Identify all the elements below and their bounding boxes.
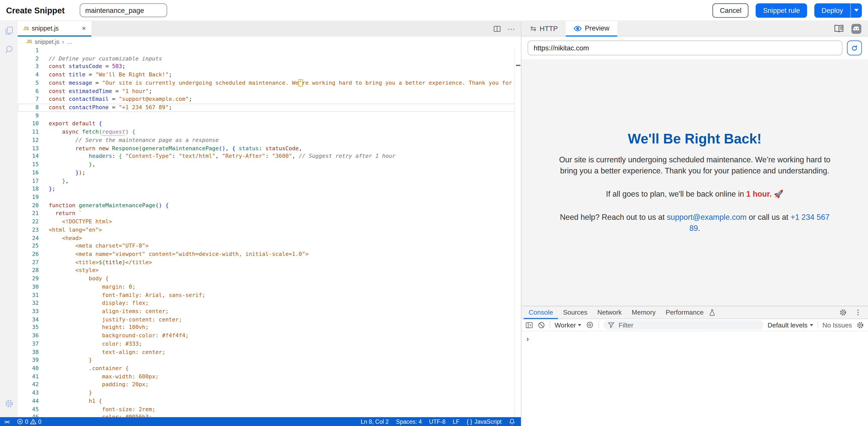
tab-preview[interactable]: Preview bbox=[565, 21, 617, 37]
code-line[interactable]: 27 <title>${title}</title> bbox=[18, 259, 521, 267]
files-icon[interactable] bbox=[0, 21, 18, 40]
line-content[interactable]: } bbox=[39, 357, 92, 365]
line-number[interactable]: 26 bbox=[18, 250, 39, 258]
line-content[interactable]: display: flex; bbox=[39, 299, 149, 307]
console-sidebar-icon[interactable] bbox=[525, 321, 533, 329]
line-content[interactable]: const title = "We'll Be Right Back!"; bbox=[39, 71, 172, 79]
line-content[interactable]: font-family: Arial, sans-serif; bbox=[39, 291, 205, 299]
line-number[interactable]: 2 bbox=[18, 55, 39, 63]
line-number[interactable]: 11 bbox=[18, 128, 39, 136]
line-content[interactable]: <html lang="en"> bbox=[39, 226, 102, 234]
filter-input[interactable] bbox=[617, 320, 759, 329]
refresh-button[interactable] bbox=[847, 40, 862, 55]
line-number[interactable]: 31 bbox=[18, 291, 39, 299]
code-line[interactable]: 29 body { bbox=[18, 275, 521, 283]
line-number[interactable]: 17 bbox=[18, 177, 39, 185]
code-line[interactable]: 41 max-width: 600px; bbox=[18, 373, 521, 381]
code-line[interactable]: 9 bbox=[18, 112, 521, 120]
line-content[interactable]: <title>${title}</title> bbox=[39, 259, 152, 267]
devtools-menu-kebab-icon[interactable]: ⋮ bbox=[855, 309, 861, 316]
line-content[interactable]: <head> bbox=[39, 234, 82, 242]
line-content[interactable]: <meta name="viewport" content="width=dev… bbox=[39, 250, 309, 258]
clear-console-icon[interactable] bbox=[537, 321, 545, 329]
line-number[interactable]: 25 bbox=[18, 242, 39, 250]
line-number[interactable]: 13 bbox=[18, 144, 39, 152]
eol-sequence[interactable]: LF bbox=[453, 418, 460, 425]
line-number[interactable]: 3 bbox=[18, 63, 39, 71]
line-number[interactable]: 23 bbox=[18, 226, 39, 234]
line-number[interactable]: 5 bbox=[18, 79, 39, 87]
line-number[interactable]: 28 bbox=[18, 267, 39, 275]
code-line[interactable]: 7const contactEmail = "support@example.c… bbox=[18, 95, 521, 104]
line-content[interactable]: max-width: 600px; bbox=[39, 373, 159, 381]
line-content[interactable]: }, bbox=[39, 177, 69, 185]
code-line[interactable]: 10export default { bbox=[18, 120, 521, 128]
deploy-dropdown-button[interactable] bbox=[850, 3, 862, 18]
line-content[interactable]: }); bbox=[39, 169, 85, 177]
code-line[interactable]: 23<html lang="en"> bbox=[18, 226, 521, 234]
tab-http[interactable]: ⇆ HTTP bbox=[523, 21, 565, 36]
line-number[interactable]: 34 bbox=[18, 316, 39, 324]
deploy-button[interactable]: Deploy bbox=[814, 3, 850, 18]
devtools-tab-console[interactable]: Console bbox=[524, 306, 558, 319]
line-number[interactable]: 45 bbox=[18, 405, 39, 414]
line-number[interactable]: 24 bbox=[18, 234, 39, 242]
line-number[interactable]: 39 bbox=[18, 357, 39, 365]
line-content[interactable]: color: #333; bbox=[39, 340, 142, 348]
code-line[interactable]: 37 color: #333; bbox=[18, 340, 521, 348]
line-content[interactable]: text-align: center; bbox=[39, 348, 165, 356]
log-levels-dropdown[interactable]: Default levels bbox=[768, 321, 813, 329]
code-line[interactable]: 42 padding: 20px; bbox=[18, 381, 521, 389]
line-number[interactable]: 21 bbox=[18, 210, 39, 218]
code-line[interactable]: 13 return new Response(generateMaintenan… bbox=[18, 144, 521, 152]
line-content[interactable]: }; bbox=[39, 185, 55, 193]
code-line[interactable]: 2// Define your customizable inputs bbox=[18, 55, 521, 63]
code-line[interactable]: 31 font-family: Arial, sans-serif; bbox=[18, 291, 521, 299]
code-line[interactable]: 14 headers: { "Content-Type": "text/html… bbox=[18, 152, 521, 161]
line-content[interactable]: // Define your customizable inputs bbox=[39, 55, 162, 63]
devtools-settings-gear-icon[interactable] bbox=[839, 309, 847, 316]
line-number[interactable]: 15 bbox=[18, 161, 39, 169]
code-line[interactable]: 34 justify-content: center; bbox=[18, 316, 521, 324]
url-input[interactable] bbox=[527, 40, 842, 55]
line-number[interactable]: 18 bbox=[18, 185, 39, 193]
line-number[interactable]: 29 bbox=[18, 275, 39, 283]
line-number[interactable]: 32 bbox=[18, 299, 39, 307]
line-number[interactable]: 41 bbox=[18, 373, 39, 381]
code-line[interactable]: 5const message = "Our site is currently … bbox=[18, 79, 521, 87]
indentation[interactable]: Spaces: 4 bbox=[396, 418, 422, 425]
line-number[interactable]: 16 bbox=[18, 169, 39, 177]
line-content[interactable]: const statusCode = 503; bbox=[39, 63, 125, 71]
cancel-button[interactable]: Cancel bbox=[713, 3, 749, 18]
more-actions-icon[interactable]: ⋯ bbox=[507, 25, 515, 33]
line-content[interactable]: const message = "Our site is currently u… bbox=[39, 79, 521, 87]
code-line[interactable]: 30 margin: 0; bbox=[18, 283, 521, 291]
line-content[interactable]: function generateMaintenancePage() { bbox=[39, 201, 169, 209]
live-expression-eye-icon[interactable] bbox=[586, 321, 594, 329]
line-number[interactable]: 14 bbox=[18, 152, 39, 161]
line-number[interactable]: 20 bbox=[18, 201, 39, 209]
devtools-tab-sources[interactable]: Sources bbox=[558, 306, 592, 319]
code-line[interactable]: 1 bbox=[18, 47, 521, 55]
line-content[interactable]: body { bbox=[39, 275, 109, 283]
devtools-tab-memory[interactable]: Memory bbox=[627, 306, 661, 319]
code-line[interactable]: 18}; bbox=[18, 185, 521, 193]
code-line[interactable]: 43 } bbox=[18, 389, 521, 397]
support-email-link[interactable]: support@example.com bbox=[667, 213, 747, 222]
line-content[interactable]: <meta charset="UTF-8"> bbox=[39, 242, 149, 250]
line-content[interactable]: // Serve the maintenance page as a respo… bbox=[39, 136, 219, 144]
line-number[interactable]: 43 bbox=[18, 389, 39, 397]
line-content[interactable]: .container { bbox=[39, 365, 129, 373]
pane-divider[interactable] bbox=[521, 21, 521, 426]
code-line[interactable]: 19 bbox=[18, 193, 521, 201]
discord-icon[interactable] bbox=[851, 24, 862, 33]
code-line[interactable]: 16 }); bbox=[18, 169, 521, 177]
notifications-bell-icon[interactable] bbox=[509, 418, 515, 425]
snippet-rule-button[interactable]: Snippet rule bbox=[756, 3, 807, 18]
code-line[interactable]: 45 font-size: 2rem; bbox=[18, 405, 521, 414]
tab-close-icon[interactable]: × bbox=[82, 25, 86, 31]
line-content[interactable]: padding: 20px; bbox=[39, 381, 149, 389]
split-editor-icon[interactable] bbox=[493, 25, 501, 33]
snippet-name-input[interactable] bbox=[80, 3, 167, 17]
code-line[interactable]: 39 } bbox=[18, 357, 521, 365]
